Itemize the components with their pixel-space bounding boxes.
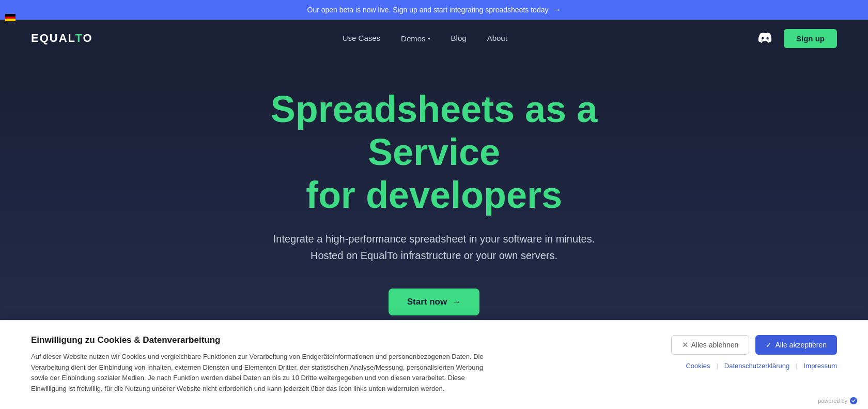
- cookie-text: Auf dieser Website nutzen wir Cookies un…: [31, 352, 496, 395]
- nav-item-blog[interactable]: Blog: [451, 34, 467, 43]
- hero-subtitle: Integrate a high-performance spreadsheet…: [273, 231, 595, 264]
- impressum-link[interactable]: Impressum: [804, 362, 837, 370]
- hero-title: Spreadsheets as a Service for developers: [202, 88, 667, 216]
- nav-links: Use Cases Demos ▾ Blog About: [343, 34, 507, 43]
- logo-accent: T: [75, 32, 83, 44]
- announcement-arrow: →: [552, 5, 561, 14]
- cookie-content: Einwilligung zu Cookies & Datenverarbeit…: [31, 335, 496, 395]
- datenschutz-link[interactable]: Datenschutzerklärung: [724, 362, 789, 370]
- powered-by-logo-icon: [849, 397, 858, 405]
- nav-item-demos[interactable]: Demos ▾: [401, 34, 430, 43]
- discord-icon[interactable]: [757, 30, 773, 47]
- powered-by: powered by: [818, 397, 858, 405]
- reject-cookies-button[interactable]: ✕ Alles ablehnen: [671, 335, 750, 355]
- hero-section: Spreadsheets as a Service for developers…: [0, 57, 868, 357]
- reject-x-icon: ✕: [682, 341, 688, 349]
- navbar: EQUALTO Use Cases Demos ▾ Blog About Sig…: [0, 20, 868, 57]
- nav-item-about[interactable]: About: [487, 34, 507, 43]
- demos-chevron-icon: ▾: [428, 36, 430, 41]
- cookie-title: Einwilligung zu Cookies & Datenverarbeit…: [31, 335, 496, 345]
- separator-1: |: [716, 362, 718, 370]
- cookie-links: Cookies | Datenschutzerklärung | Impress…: [686, 362, 837, 370]
- nav-link-usecases[interactable]: Use Cases: [343, 34, 380, 42]
- logo-text: EQUALTO: [31, 32, 93, 45]
- signup-button[interactable]: Sign up: [784, 29, 837, 48]
- logo[interactable]: EQUALTO: [31, 32, 93, 45]
- nav-item-usecases[interactable]: Use Cases: [343, 34, 380, 43]
- nav-link-demos[interactable]: Demos ▾: [401, 34, 430, 43]
- nav-link-about[interactable]: About: [487, 34, 507, 42]
- cookie-actions: ✕ Alles ablehnen ✓ Alle akzeptieren Cook…: [650, 335, 837, 370]
- nav-right: Sign up: [757, 29, 837, 48]
- nav-link-blog[interactable]: Blog: [451, 34, 467, 42]
- separator-2: |: [796, 362, 797, 370]
- cookie-buttons: ✕ Alles ablehnen ✓ Alle akzeptieren: [671, 335, 837, 355]
- cookie-consent: Einwilligung zu Cookies & Datenverarbeit…: [0, 320, 868, 409]
- announcement-text: Our open beta is now live. Sign up and s…: [307, 6, 549, 14]
- start-now-button[interactable]: Start now →: [389, 289, 479, 315]
- german-flag-icon[interactable]: [5, 14, 16, 21]
- cookies-link[interactable]: Cookies: [686, 362, 710, 370]
- flag-stripe-gold: [5, 19, 16, 21]
- accept-cookies-button[interactable]: ✓ Alle akzeptieren: [755, 335, 837, 355]
- announcement-bar: Our open beta is now live. Sign up and s…: [0, 0, 868, 20]
- cta-arrow-icon: →: [452, 297, 461, 307]
- accept-check-icon: ✓: [766, 341, 772, 349]
